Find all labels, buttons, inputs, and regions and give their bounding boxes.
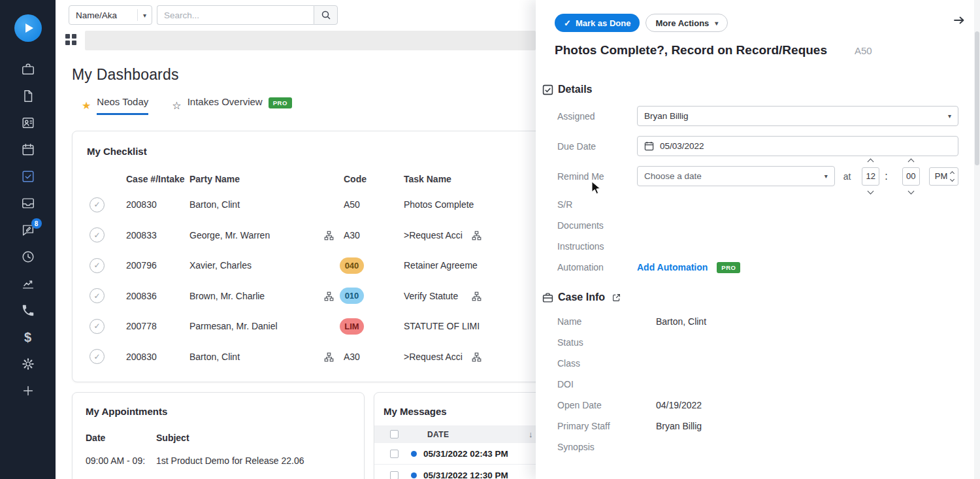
party-name: George, Mr. Warren xyxy=(189,230,270,240)
appointment-subject: 1st Product Demo for Release 22.06 xyxy=(156,455,304,466)
scrollbar-thumb[interactable] xyxy=(975,31,979,165)
org-icon xyxy=(324,231,334,240)
pro-badge: PRO xyxy=(717,262,740,273)
case-info-row: DOI xyxy=(555,374,958,395)
code-badge: A30 xyxy=(344,352,360,362)
tab-intakes-overview[interactable]: ☆ Intakes Overview PRO xyxy=(172,96,291,115)
remind-me-field: Remind Me Choose a date ▾ at 12 : 00 PM xyxy=(555,166,958,186)
open-case-external-link-icon[interactable] xyxy=(612,293,621,302)
select-all-checkbox[interactable] xyxy=(390,430,399,438)
chevron-down-icon: ▾ xyxy=(715,20,718,27)
unread-dot-icon xyxy=(411,451,417,457)
decrement-minute-icon[interactable] xyxy=(907,188,914,194)
complete-check-icon[interactable]: ✓ xyxy=(90,197,105,212)
app-logo[interactable] xyxy=(14,14,42,42)
case-info-row: Synopsis xyxy=(555,437,958,457)
increment-minute-icon[interactable] xyxy=(907,158,914,165)
message-date[interactable]: 05/31/2022 12:30 PM xyxy=(423,471,508,479)
complete-check-icon[interactable]: ✓ xyxy=(90,349,105,364)
message-date[interactable]: 05/31/2022 02:43 PM xyxy=(423,449,508,459)
chevron-down-icon: ▾ xyxy=(138,12,152,19)
complete-check-icon[interactable]: ✓ xyxy=(90,258,105,273)
remind-date-select[interactable]: Choose a date ▾ xyxy=(637,166,835,186)
calls-icon[interactable] xyxy=(20,303,36,318)
col-date: DATE xyxy=(427,430,449,439)
dashboard-tabs: ★ Neos Today ☆ Intakes Overview PRO xyxy=(82,96,292,115)
party-name: Barton, Clint xyxy=(189,199,240,210)
task-name[interactable]: Verify Statute xyxy=(404,291,458,301)
code-badge: A30 xyxy=(344,230,360,240)
case-info-section-header: Case Info xyxy=(542,291,958,303)
task-title: Photos Complete?, Record on Record/Reque… xyxy=(555,43,827,58)
sr-field: S/R xyxy=(555,196,958,213)
panel-actions: ✓ Mark as Done More Actions ▾ xyxy=(555,14,958,32)
instructions-field: Instructions xyxy=(555,238,958,255)
decrement-hour-icon[interactable] xyxy=(868,188,874,194)
appointment-row[interactable]: 09:00 AM - 09: 1st Product Demo for Rele… xyxy=(73,455,364,466)
reports-icon[interactable] xyxy=(20,276,36,291)
task-name[interactable]: >Request Acci xyxy=(404,230,463,240)
mark-as-done-button[interactable]: ✓ Mark as Done xyxy=(555,14,640,32)
billing-icon[interactable]: $ xyxy=(20,329,36,345)
contacts-icon[interactable] xyxy=(20,115,36,131)
task-name[interactable]: >Request Acci xyxy=(404,352,463,362)
org-icon xyxy=(472,291,482,301)
case-info-row: Class xyxy=(555,353,958,374)
grid-view-icon[interactable] xyxy=(65,34,77,46)
task-name[interactable]: Photos Complete xyxy=(404,199,474,210)
automation-label: Automation xyxy=(557,262,637,273)
intake-icon[interactable] xyxy=(20,195,36,211)
star-filled-icon[interactable]: ★ xyxy=(82,99,91,112)
ampm-select[interactable]: PM xyxy=(929,167,958,186)
documents-icon[interactable] xyxy=(20,88,36,104)
messages-icon[interactable]: 8 xyxy=(20,222,36,238)
case-number[interactable]: 200833 xyxy=(126,230,189,240)
complete-check-icon[interactable]: ✓ xyxy=(90,288,105,303)
case-number[interactable]: 200836 xyxy=(126,291,189,301)
pro-badge: PRO xyxy=(269,97,292,108)
case-number[interactable]: 200830 xyxy=(126,352,189,362)
task-detail-panel: ✓ Mark as Done More Actions ▾ Photos Com… xyxy=(536,0,980,479)
search-input[interactable] xyxy=(157,5,314,25)
party-name: Xavier, Charles xyxy=(189,260,252,271)
name-aka-label: Name/Aka xyxy=(69,10,137,20)
tab-neos-today[interactable]: ★ Neos Today xyxy=(82,96,148,115)
add-icon[interactable] xyxy=(20,383,36,399)
appointments-title: My Appointments xyxy=(73,393,364,417)
calendar-icon[interactable] xyxy=(20,142,36,157)
case-info-fields: Name Barton, Clint Status Class DOI Open… xyxy=(555,311,958,457)
collapse-panel-icon[interactable] xyxy=(953,15,966,28)
message-checkbox[interactable] xyxy=(390,471,399,479)
assigned-select[interactable]: Bryan Billig ▾ xyxy=(637,106,958,126)
hour-spinner[interactable]: 12 xyxy=(862,159,879,193)
checklist-icon[interactable] xyxy=(20,169,36,184)
cases-icon[interactable] xyxy=(20,61,36,77)
task-name[interactable]: Retainer Agreeme xyxy=(404,260,478,271)
star-outline-icon[interactable]: ☆ xyxy=(172,99,181,112)
message-checkbox[interactable] xyxy=(390,450,399,458)
settings-icon[interactable] xyxy=(20,356,36,372)
case-number[interactable]: 200830 xyxy=(126,199,189,210)
more-actions-button[interactable]: More Actions ▾ xyxy=(645,14,728,32)
minute-spinner[interactable]: 00 xyxy=(902,159,920,193)
task-name[interactable]: STATUTE OF LIMI xyxy=(404,321,480,331)
vertical-scrollbar[interactable] xyxy=(974,0,980,479)
complete-check-icon[interactable]: ✓ xyxy=(90,319,105,334)
sr-label: S/R xyxy=(557,199,637,210)
sort-descending-icon[interactable]: ↓ xyxy=(529,429,533,439)
hour-value[interactable]: 12 xyxy=(862,167,879,186)
search-button[interactable] xyxy=(314,5,338,25)
add-automation-link[interactable]: Add Automation xyxy=(637,262,708,273)
details-heading: Details xyxy=(558,84,592,95)
case-number[interactable]: 200796 xyxy=(126,260,189,271)
case-number[interactable]: 200778 xyxy=(126,321,189,331)
due-date-input[interactable]: 05/03/2022 xyxy=(637,136,958,156)
appointment-date: 09:00 AM - 09: xyxy=(86,455,156,466)
due-date-field: Due Date 05/03/2022 xyxy=(555,136,958,156)
appointments-header-row: Date Subject xyxy=(73,433,364,443)
name-aka-dropdown[interactable]: Name/Aka ▾ xyxy=(69,5,152,25)
increment-hour-icon[interactable] xyxy=(868,158,874,165)
complete-check-icon[interactable]: ✓ xyxy=(90,227,105,242)
time-icon[interactable] xyxy=(20,249,36,265)
minute-value[interactable]: 00 xyxy=(902,167,920,186)
